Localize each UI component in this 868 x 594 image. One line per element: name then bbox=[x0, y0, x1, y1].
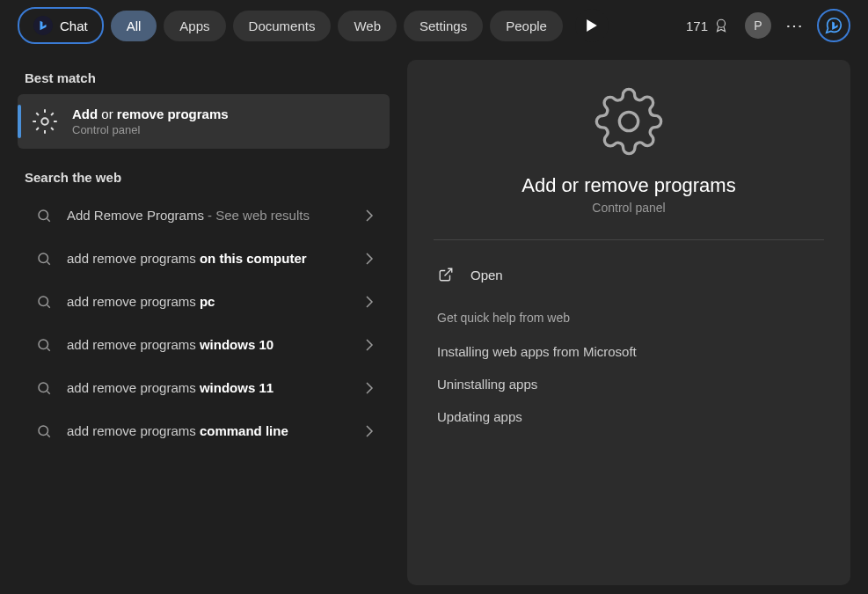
play-button[interactable] bbox=[575, 9, 609, 42]
filter-pills-container: AllAppsDocumentsWebSettingsPeople bbox=[111, 11, 563, 41]
points-value: 171 bbox=[686, 18, 708, 33]
rewards-points[interactable]: 171 bbox=[686, 17, 729, 34]
svg-point-3 bbox=[39, 253, 48, 263]
web-result[interactable]: add remove programs command line bbox=[18, 409, 390, 452]
help-links-list: Installing web apps from MicrosoftUninst… bbox=[434, 335, 824, 433]
more-button[interactable]: ⋯ bbox=[778, 10, 810, 41]
svg-point-7 bbox=[39, 426, 48, 436]
help-header: Get quick help from web bbox=[434, 293, 824, 335]
chat-label: Chat bbox=[60, 18, 88, 33]
result-text: add remove programs pc bbox=[67, 292, 353, 311]
open-label: Open bbox=[470, 268, 503, 282]
help-link[interactable]: Uninstalling apps bbox=[434, 368, 824, 400]
filter-web[interactable]: Web bbox=[338, 11, 397, 41]
web-results-list: Add Remove Programs - See web resultsadd… bbox=[9, 194, 398, 452]
preview-title: Add or remove programs bbox=[434, 174, 824, 197]
svg-point-5 bbox=[39, 340, 48, 349]
results-panel: Best match Add or remove programs Contro… bbox=[0, 51, 407, 594]
filter-apps[interactable]: Apps bbox=[164, 11, 225, 41]
web-result[interactable]: Add Remove Programs - See web results bbox=[18, 194, 390, 237]
best-match-header: Best match bbox=[9, 62, 398, 94]
filter-settings[interactable]: Settings bbox=[404, 11, 483, 41]
result-text: add remove programs windows 10 bbox=[67, 335, 353, 354]
search-icon bbox=[33, 423, 55, 439]
result-text: add remove programs windows 11 bbox=[67, 378, 353, 397]
web-result[interactable]: add remove programs pc bbox=[18, 280, 390, 323]
chevron-right-icon bbox=[365, 209, 374, 222]
search-icon bbox=[33, 251, 55, 267]
filter-documents[interactable]: Documents bbox=[233, 11, 332, 41]
bing-chat-bubble[interactable] bbox=[817, 9, 850, 42]
open-icon bbox=[437, 267, 455, 282]
best-match-result[interactable]: Add or remove programs Control panel bbox=[18, 94, 390, 149]
avatar-letter: P bbox=[754, 18, 762, 33]
best-match-text: Add or remove programs Control panel bbox=[72, 106, 229, 136]
user-avatar[interactable]: P bbox=[745, 12, 771, 39]
chevron-right-icon bbox=[365, 253, 374, 265]
web-result[interactable]: add remove programs on this computer bbox=[18, 237, 390, 280]
gear-icon bbox=[594, 86, 664, 157]
result-text: Add Remove Programs - See web results bbox=[67, 206, 353, 224]
preview-panel: Add or remove programs Control panel Ope… bbox=[407, 60, 850, 585]
svg-point-8 bbox=[619, 112, 638, 130]
svg-point-0 bbox=[718, 19, 726, 27]
svg-point-4 bbox=[39, 297, 48, 306]
result-text: add remove programs command line bbox=[67, 422, 353, 440]
search-icon bbox=[33, 380, 55, 396]
chat-button[interactable]: Chat bbox=[18, 7, 104, 44]
chevron-right-icon bbox=[365, 425, 374, 437]
chevron-right-icon bbox=[365, 339, 374, 351]
open-action[interactable]: Open bbox=[434, 256, 824, 293]
chevron-right-icon bbox=[365, 296, 374, 308]
web-result[interactable]: add remove programs windows 10 bbox=[18, 323, 390, 366]
filter-people[interactable]: People bbox=[490, 11, 563, 41]
bing-icon bbox=[33, 16, 53, 35]
svg-point-6 bbox=[39, 383, 48, 392]
preview-subtitle: Control panel bbox=[434, 201, 824, 215]
chevron-right-icon bbox=[365, 382, 374, 394]
search-icon bbox=[33, 294, 55, 310]
help-link[interactable]: Updating apps bbox=[434, 400, 824, 433]
search-icon bbox=[33, 208, 55, 224]
help-link[interactable]: Installing web apps from Microsoft bbox=[434, 335, 824, 368]
gear-icon bbox=[30, 106, 60, 136]
filter-all[interactable]: All bbox=[111, 11, 157, 41]
best-match-title: Add or remove programs bbox=[72, 106, 229, 121]
search-icon bbox=[33, 337, 55, 353]
best-match-subtitle: Control panel bbox=[72, 123, 229, 136]
divider bbox=[434, 239, 824, 240]
top-filter-bar: Chat AllAppsDocumentsWebSettingsPeople 1… bbox=[0, 0, 868, 51]
result-text: add remove programs on this computer bbox=[67, 249, 353, 268]
svg-point-1 bbox=[41, 118, 48, 125]
web-result[interactable]: add remove programs windows 11 bbox=[18, 366, 390, 409]
search-web-header: Search the web bbox=[9, 161, 398, 194]
svg-point-2 bbox=[39, 210, 48, 220]
medal-icon bbox=[713, 17, 729, 34]
